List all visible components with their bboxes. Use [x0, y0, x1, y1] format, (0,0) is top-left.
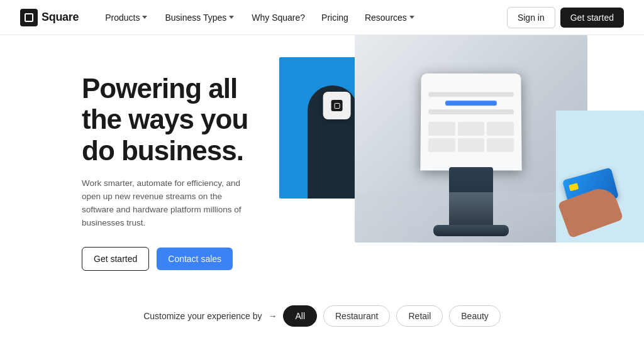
logo-text: Square	[42, 11, 79, 24]
nav-item-pricing: Pricing	[315, 8, 355, 28]
logo-link[interactable]: Square	[20, 9, 79, 26]
nav-link-products[interactable]: Products	[99, 8, 155, 28]
chevron-down-icon	[142, 16, 148, 19]
logo-icon	[20, 9, 38, 26]
nav-item-resources: Resources	[358, 8, 422, 28]
reader-logo-inner	[334, 103, 340, 109]
nav-label-pricing: Pricing	[321, 13, 348, 23]
nav-item-business-types: Business Types	[158, 8, 242, 28]
grid-cell-4	[428, 138, 455, 151]
card-reader-device	[323, 92, 351, 119]
card-chip	[569, 183, 579, 191]
logo-icon-inner	[25, 13, 33, 22]
nav-item-products: Products	[99, 8, 155, 28]
filter-retail[interactable]: Retail	[396, 305, 443, 327]
card-hand-visual	[556, 111, 644, 243]
screen-bar-1	[428, 92, 513, 97]
contact-sales-button[interactable]: Contact sales	[157, 248, 233, 270]
pos-screen-grid	[428, 122, 514, 152]
nav-label-why-square: Why Square?	[252, 13, 305, 23]
nav-link-pricing[interactable]: Pricing	[315, 8, 355, 28]
sign-in-button[interactable]: Sign in	[507, 7, 555, 28]
pos-screen-face	[420, 74, 521, 170]
nav-link-why-square[interactable]: Why Square?	[245, 8, 311, 28]
reader-logo	[331, 100, 343, 111]
filter-restaurant[interactable]: Restaurant	[323, 305, 390, 327]
hero-content: Powering all the ways you do business. W…	[82, 73, 283, 271]
screen-bar-2	[428, 109, 514, 114]
filter-beauty[interactable]: Beauty	[449, 305, 501, 327]
grid-cell-2	[458, 122, 485, 136]
nav-get-started-button[interactable]: Get started	[560, 8, 624, 28]
hero-subtitle: Work smarter, automate for efficiency, a…	[82, 177, 252, 230]
pos-image	[355, 35, 587, 243]
hero-section: Powering all the ways you do business. W…	[0, 35, 644, 338]
grid-cell-1	[428, 122, 455, 136]
get-started-button[interactable]: Get started	[82, 247, 149, 271]
nav-label-resources: Resources	[365, 13, 407, 23]
grid-cell-5	[458, 138, 485, 151]
nav-label-business-types: Business Types	[165, 13, 226, 23]
nav-link-resources[interactable]: Resources	[358, 8, 422, 28]
navbar: Square Products Business Types Why Squar…	[0, 0, 644, 35]
customize-bar: Customize your experience by → All Resta…	[0, 305, 644, 327]
pos-screen	[420, 74, 521, 170]
grid-cell-3	[487, 122, 514, 136]
chevron-down-icon-2	[229, 16, 235, 19]
nav-items: Products Business Types Why Square? Pric…	[99, 8, 422, 28]
hero-buttons: Get started Contact sales	[82, 247, 283, 271]
arrow-icon: →	[268, 311, 277, 321]
hero-images	[279, 35, 644, 338]
grid-cell-6	[487, 138, 514, 151]
card-image	[556, 111, 644, 243]
hero-title: Powering all the ways you do business.	[82, 73, 283, 166]
screen-bar-blue	[445, 101, 496, 106]
customize-label: Customize your experience by	[143, 311, 262, 321]
pos-reflection	[355, 192, 587, 243]
nav-item-why-square: Why Square?	[245, 8, 311, 28]
chevron-down-icon-3	[409, 16, 416, 19]
filter-all[interactable]: All	[283, 305, 317, 327]
nav-label-products: Products	[105, 13, 140, 23]
nav-link-business-types[interactable]: Business Types	[158, 8, 242, 28]
nav-right: Sign in Get started	[507, 7, 624, 28]
